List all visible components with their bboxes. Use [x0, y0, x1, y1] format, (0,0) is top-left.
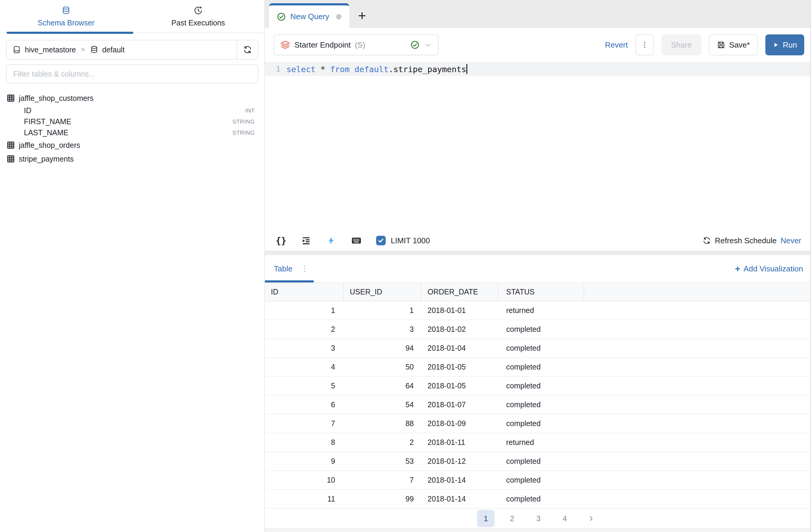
plus-icon: + [735, 264, 740, 274]
limit-toggle[interactable]: LIMIT 1000 [376, 236, 430, 246]
editor-active-line: 1 select * from default.stripe_payments [265, 62, 812, 76]
table-cell: 94 [344, 339, 422, 357]
column-name: FIRST_NAME [24, 117, 71, 126]
database-icon [62, 6, 71, 15]
page-button-2[interactable]: 2 [504, 510, 521, 527]
save-button[interactable]: Save* [709, 34, 758, 55]
table-cell: 2018-01-14 [422, 490, 498, 508]
table-cell-filler [584, 320, 812, 338]
results-tab-table[interactable]: Table [274, 264, 292, 274]
table-row: 9532018-01-12completed [265, 452, 812, 471]
sql-editor[interactable]: 1 select * from default.stripe_payments [265, 62, 812, 230]
column-header-order-date[interactable]: ORDER_DATE [422, 283, 498, 301]
breadcrumb-catalog[interactable]: hive_metastore [25, 45, 76, 54]
table-cell: 9 [265, 452, 344, 470]
tree-table-jaffle-shop-customers[interactable]: jaffle_shop_customers [6, 91, 255, 105]
add-visualization-button[interactable]: + Add Visualization [735, 264, 803, 274]
pagination: 1 2 3 4 [265, 509, 812, 528]
results-tab-menu-icon[interactable]: ⋮ [301, 264, 309, 274]
column-header-status[interactable]: STATUS [498, 283, 584, 301]
table-cell-filler [584, 395, 812, 414]
table-grid-icon [6, 94, 15, 102]
tree-column[interactable]: FIRST_NAME STRING [6, 116, 255, 127]
line-number: 1 [265, 65, 286, 73]
run-button[interactable]: Run [765, 34, 804, 55]
table-cell: 2018-01-07 [422, 395, 498, 414]
table-cell: 2018-01-05 [422, 358, 498, 376]
next-page-button[interactable] [582, 510, 600, 527]
new-tab-button[interactable]: + [349, 3, 375, 28]
tab-schema-browser[interactable]: Schema Browser [0, 6, 132, 33]
quick-run-bolt-button[interactable] [326, 235, 337, 246]
save-floppy-icon [717, 41, 725, 49]
format-braces-button[interactable]: {} [276, 235, 286, 246]
refresh-schedule-value[interactable]: Never [781, 236, 801, 246]
breadcrumb-chevron-icon: > [81, 46, 85, 54]
table-cell: 5 [265, 377, 344, 395]
results-rows: 112018-01-01returned232018-01-02complete… [265, 301, 812, 509]
tree-table-jaffle-shop-orders[interactable]: jaffle_shop_orders [6, 138, 255, 152]
revert-button[interactable]: Revert [605, 40, 628, 50]
table-name: jaffle_shop_customers [19, 94, 93, 103]
table-row: 1072018-01-14completed [265, 471, 812, 490]
refresh-schema-button[interactable] [237, 40, 258, 59]
history-clock-icon [194, 6, 203, 15]
text-cursor [466, 64, 467, 74]
tree-table-stripe-payments[interactable]: stripe_payments [6, 152, 255, 166]
sql-editor-app: Schema Browser Past Executions [0, 0, 812, 532]
page-button-4[interactable]: 4 [556, 510, 574, 527]
more-actions-button[interactable] [635, 34, 654, 55]
page-button-1[interactable]: 1 [477, 510, 494, 527]
share-button[interactable]: Share [661, 34, 701, 55]
table-cell: completed [498, 358, 584, 376]
horizontal-scrollbar-track[interactable] [265, 528, 812, 532]
column-header-filler [584, 283, 812, 301]
vertical-scrollbar-track[interactable] [810, 0, 812, 532]
results-header-row: ID USER_ID ORDER_DATE STATUS [265, 282, 812, 301]
check-icon [377, 237, 385, 244]
table-cell: completed [498, 320, 584, 338]
keyboard-shortcuts-button[interactable] [351, 235, 362, 246]
table-cell-filler [584, 471, 812, 489]
breadcrumb[interactable]: hive_metastore > default [6, 45, 237, 54]
main-panel: New Query + Starter Endpoint (S) [265, 0, 812, 532]
schema-icon [90, 45, 98, 54]
auto-indent-button[interactable] [301, 235, 311, 246]
table-cell: 3 [344, 320, 422, 338]
schema-filter [6, 64, 258, 83]
table-cell: completed [498, 452, 584, 470]
catalog-icon [13, 45, 21, 54]
schema-filter-input[interactable] [6, 70, 258, 79]
table-grid-icon [6, 141, 15, 149]
schema-breadcrumb-bar: hive_metastore > default [6, 40, 258, 59]
table-cell: 2018-01-04 [422, 339, 498, 357]
table-row: 4502018-01-05completed [265, 358, 812, 377]
table-cell: 2018-01-09 [422, 415, 498, 433]
tree-column[interactable]: LAST_NAME STRING [6, 127, 255, 138]
breadcrumb-schema[interactable]: default [102, 45, 125, 54]
table-cell-filler [584, 415, 812, 433]
results-tabbar: Table ⋮ + Add Visualization [265, 255, 812, 282]
table-cell: 11 [265, 490, 344, 508]
table-cell: 10 [265, 471, 344, 489]
endpoint-status-check-icon [410, 40, 419, 50]
page-button-3[interactable]: 3 [530, 510, 547, 527]
keyboard-icon [351, 235, 362, 246]
table-cell: 2018-01-11 [422, 433, 498, 451]
column-header-user-id[interactable]: USER_ID [344, 283, 422, 301]
unsaved-dot [336, 14, 342, 19]
results-table: ID USER_ID ORDER_DATE STATUS 112018-01-0… [265, 282, 812, 509]
column-header-id[interactable]: ID [265, 283, 344, 301]
tab-past-executions[interactable]: Past Executions [132, 6, 264, 33]
section-divider [265, 251, 812, 255]
table-row: 112018-01-01returned [265, 301, 812, 320]
play-icon [772, 42, 779, 48]
limit-checkbox[interactable] [376, 236, 386, 246]
table-cell: 2018-01-01 [422, 301, 498, 320]
endpoint-selector[interactable]: Starter Endpoint (S) [274, 34, 439, 55]
tab-new-query[interactable]: New Query [269, 3, 349, 28]
table-cell-filler [584, 490, 812, 508]
table-cell-filler [584, 301, 812, 320]
column-type: STRING [232, 118, 255, 125]
tree-column[interactable]: ID INT [6, 105, 255, 116]
